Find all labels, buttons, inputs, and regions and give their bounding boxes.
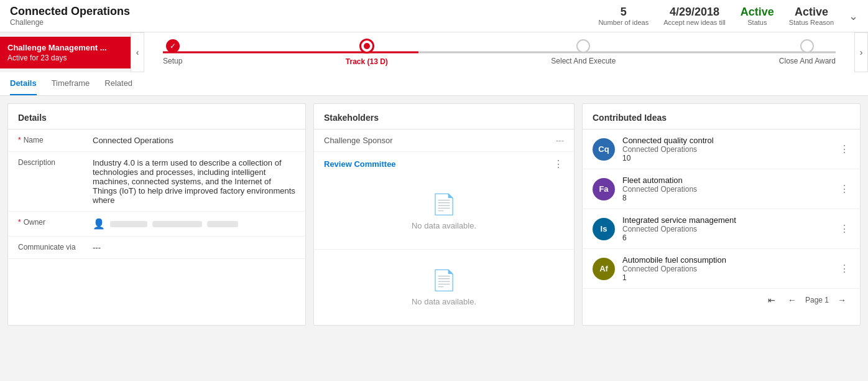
app-subtitle: Challenge xyxy=(10,18,130,27)
status-reason-value: Active xyxy=(789,6,834,19)
steps-container: ✓ Setup Track (13 D) Select And Execute … xyxy=(144,32,854,72)
steps-nav-left[interactable]: ‹ xyxy=(131,32,144,72)
field-owner-row: *Owner 👤 xyxy=(8,212,305,237)
details-panel: Details *Name Connected Operations Descr… xyxy=(7,103,306,326)
idea-org-af: Connected Operations xyxy=(622,265,832,273)
page-first-button[interactable]: ⇤ xyxy=(764,294,779,306)
field-owner-label: *Owner xyxy=(18,218,93,227)
review-committee-menu[interactable]: ⋮ xyxy=(553,158,564,170)
field-communicate-label: Communicate via xyxy=(18,243,93,252)
app-title-section: Connected Operations Challenge xyxy=(10,5,130,27)
idea-item-fa: Fa Fleet automation Connected Operations… xyxy=(583,169,860,209)
tab-details[interactable]: Details xyxy=(10,72,37,95)
field-name-row: *Name Connected Operations xyxy=(8,129,305,152)
num-ideas-value: 5 xyxy=(598,6,649,19)
page-label: Page 1 xyxy=(805,296,829,304)
stat-accept-till: 4/29/2018 Accept new ideas till xyxy=(663,6,726,26)
status-reason-label: Status Reason xyxy=(789,19,834,26)
page-prev-button[interactable]: ← xyxy=(784,294,800,306)
idea-menu-cq[interactable]: ⋮ xyxy=(839,143,850,155)
stat-num-ideas: 5 Number of ideas xyxy=(598,6,649,26)
idea-org-is: Connected Operations xyxy=(622,225,832,233)
field-communicate-value: --- xyxy=(93,243,295,252)
idea-menu-fa[interactable]: ⋮ xyxy=(839,183,850,195)
field-owner-required: * xyxy=(18,218,21,227)
review-committee-no-data: 📄 No data available. xyxy=(314,174,574,249)
step-select-circle xyxy=(576,39,590,53)
idea-count-cq: 10 xyxy=(622,154,832,162)
ideas-panel: Contributed Ideas Cq Connected quality c… xyxy=(582,103,861,326)
idea-details-af: Automobile fuel consumption Connected Op… xyxy=(622,255,832,282)
field-name-label: *Name xyxy=(18,136,93,144)
challenge-title: Challenge Management ... xyxy=(7,43,123,52)
idea-avatar-cq: Cq xyxy=(593,138,615,161)
field-description-value: Industry 4.0 is a term used to describe … xyxy=(93,158,295,205)
page-next-button[interactable]: → xyxy=(834,294,850,306)
ideas-list: Cq Connected quality control Connected O… xyxy=(583,129,860,289)
status-value: Active xyxy=(741,6,774,19)
idea-name-is: Integrated service management xyxy=(622,215,832,225)
steps-nav-right[interactable]: › xyxy=(854,32,868,72)
challenge-sponsor-label: Challenge Sponsor xyxy=(324,136,393,145)
challenge-sponsor-row: Challenge Sponsor --- xyxy=(314,129,574,152)
challenge-days: Active for 23 days xyxy=(7,54,123,62)
stakeholder-no-data: 📄 No data available. xyxy=(324,250,564,325)
header-expand-button[interactable]: ⌄ xyxy=(849,9,858,23)
field-name-required: * xyxy=(18,136,21,144)
idea-count-is: 6 xyxy=(622,233,832,242)
tab-timeframe[interactable]: Timeframe xyxy=(52,72,90,95)
idea-details-is: Integrated service management Connected … xyxy=(622,215,832,242)
num-ideas-label: Number of ideas xyxy=(598,19,649,26)
idea-details-fa: Fleet automation Connected Operations 8 xyxy=(622,176,832,202)
accept-till-label: Accept new ideas till xyxy=(663,19,726,26)
no-data-icon-1: 📄 xyxy=(432,192,456,216)
idea-item-is: Is Integrated service management Connect… xyxy=(583,209,860,249)
idea-avatar-is: Is xyxy=(593,218,615,240)
step-close-circle xyxy=(800,39,814,53)
idea-org-fa: Connected Operations xyxy=(622,185,832,194)
owner-user-icon: 👤 xyxy=(93,218,105,230)
app-header: Connected Operations Challenge 5 Number … xyxy=(0,0,868,32)
step-select: Select And Execute xyxy=(551,39,616,65)
tab-related[interactable]: Related xyxy=(104,72,132,95)
idea-name-fa: Fleet automation xyxy=(622,176,832,185)
step-track: Track (13 D) xyxy=(346,39,388,66)
idea-avatar-af: Af xyxy=(593,258,615,280)
step-close-label: Close And Award xyxy=(779,57,836,65)
idea-count-af: 1 xyxy=(622,273,832,282)
idea-count-fa: 8 xyxy=(622,194,832,202)
step-close: Close And Award xyxy=(779,39,836,65)
idea-item-af: Af Automobile fuel consumption Connected… xyxy=(583,249,860,289)
stakeholders-panel: Stakeholders Challenge Sponsor --- Revie… xyxy=(313,103,575,326)
idea-menu-af[interactable]: ⋮ xyxy=(839,263,850,275)
details-panel-title: Details xyxy=(8,104,305,129)
header-stats: 5 Number of ideas 4/29/2018 Accept new i… xyxy=(598,6,858,26)
step-track-circle xyxy=(359,39,374,54)
step-setup-circle: ✓ xyxy=(166,39,180,53)
review-committee-button[interactable]: Review Committee xyxy=(324,159,396,169)
field-name-value: Connected Operations xyxy=(93,136,295,145)
idea-menu-is[interactable]: ⋮ xyxy=(839,223,850,235)
accept-till-value: 4/29/2018 xyxy=(663,6,726,19)
challenge-sponsor-value: --- xyxy=(556,136,564,145)
no-data-text-1: No data available. xyxy=(412,221,476,230)
stakeholders-panel-title: Stakeholders xyxy=(314,104,574,129)
idea-org-cq: Connected Operations xyxy=(622,145,832,154)
step-track-label: Track (13 D) xyxy=(346,57,388,66)
ideas-panel-title: Contributed Ideas xyxy=(583,104,860,129)
field-owner-value: 👤 xyxy=(93,218,295,230)
owner-text-1 xyxy=(110,221,147,227)
stat-status-reason: Active Status Reason xyxy=(789,6,834,26)
main-content: Details *Name Connected Operations Descr… xyxy=(0,96,868,333)
stat-status: Active Status xyxy=(741,6,774,26)
step-select-label: Select And Execute xyxy=(551,57,616,65)
idea-avatar-fa: Fa xyxy=(593,178,615,200)
step-setup: ✓ Setup xyxy=(163,39,182,65)
idea-name-af: Automobile fuel consumption xyxy=(622,255,832,265)
idea-item-cq: Cq Connected quality control Connected O… xyxy=(583,129,860,169)
app-title: Connected Operations xyxy=(10,5,130,18)
steps-track xyxy=(163,52,836,54)
step-setup-label: Setup xyxy=(163,57,182,65)
ideas-footer: ⇤ ← Page 1 → xyxy=(583,289,860,311)
challenge-info: Challenge Management ... Active for 23 d… xyxy=(0,37,131,68)
